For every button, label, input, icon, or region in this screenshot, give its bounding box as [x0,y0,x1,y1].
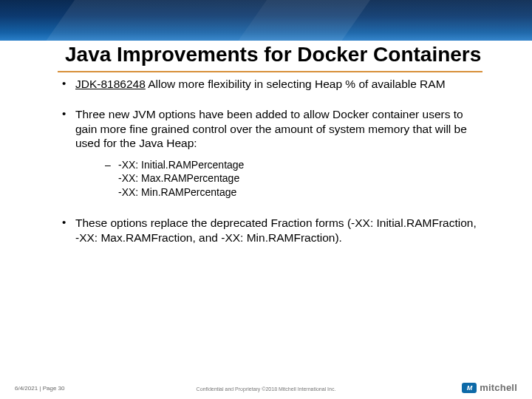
page-title: Java Improvements for Docker Containers [65,43,502,66]
code-line: -XX: Initial.RAMPercentage [118,159,244,171]
sub-item: -XX: Initial.RAMPercentage -XX: Max.RAMP… [105,158,482,200]
logo-badge-icon: M [462,383,477,393]
bullet-item: JDK-8186248 Allow more flexibility in se… [58,77,482,91]
jdk-issue-link[interactable]: JDK-8186248 [75,78,146,90]
footer-confidential: Confidential and Proprietary ©2018 Mitch… [15,386,517,392]
bullet-list: JDK-8186248 Allow more flexibility in se… [58,77,482,245]
header-banner [0,0,532,41]
logo-badge-letter: M [467,384,472,392]
bullet-text: These options replace the deprecated Fra… [75,216,477,243]
sub-list: -XX: Initial.RAMPercentage -XX: Max.RAMP… [105,158,482,200]
bullet-text: Three new JVM options have been added to… [75,108,467,149]
code-line: -XX: Min.RAMPercentage [118,186,236,198]
footer: 6/4/2021 | Page 30 Confidential and Prop… [15,381,517,392]
content-body: JDK-8186248 Allow more flexibility in se… [58,77,482,261]
title-rule [58,71,482,72]
bullet-text: Allow more flexibility in selecting Heap… [146,78,446,90]
bullet-item: Three new JVM options have been added to… [58,107,482,200]
code-line: -XX: Max.RAMPercentage [118,172,239,184]
logo-text: mitchell [480,382,517,393]
footer-logo: M mitchell [462,382,517,393]
slide: Java Improvements for Docker Containers … [0,0,532,399]
bullet-item: These options replace the deprecated Fra… [58,216,482,245]
